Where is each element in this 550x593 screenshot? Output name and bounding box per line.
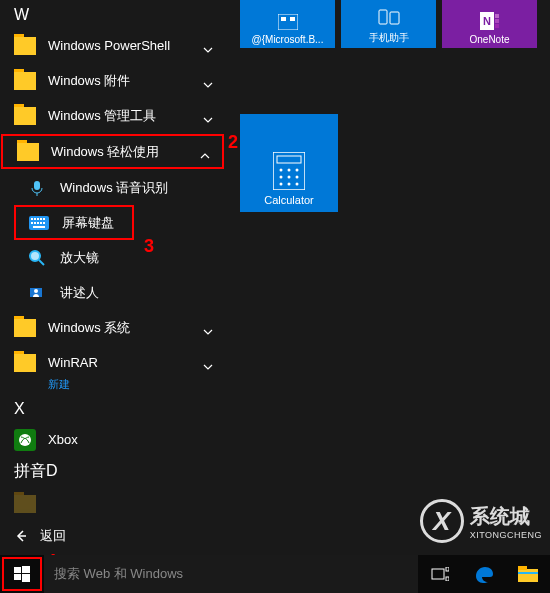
- edge-button[interactable]: [462, 555, 506, 593]
- svg-rect-5: [37, 218, 39, 220]
- annotation-3: 3: [144, 236, 154, 257]
- label: Windows 轻松使用: [51, 143, 159, 161]
- item-speech[interactable]: Windows 语音识别: [0, 170, 225, 205]
- svg-point-32: [280, 169, 283, 172]
- label: Windows 管理工具: [48, 107, 156, 125]
- item-winrar[interactable]: WinRAR: [0, 345, 225, 380]
- svg-rect-13: [33, 226, 45, 228]
- xbox-icon: [14, 429, 36, 451]
- chevron-down-icon: [203, 41, 213, 51]
- svg-rect-7: [43, 218, 45, 220]
- svg-rect-10: [37, 222, 39, 224]
- section-X[interactable]: X: [0, 396, 225, 422]
- task-icons: [418, 555, 550, 593]
- label: 讲述人: [60, 284, 99, 302]
- svg-rect-47: [446, 577, 449, 581]
- label: Windows 语音识别: [60, 179, 168, 197]
- search-input[interactable]: 搜索 Web 和 Windows: [44, 555, 418, 593]
- svg-rect-41: [14, 567, 21, 573]
- tile-phone[interactable]: 手机助手: [341, 0, 436, 48]
- chevron-down-icon: [203, 76, 213, 86]
- svg-rect-20: [278, 14, 298, 30]
- svg-rect-23: [379, 10, 387, 24]
- svg-rect-8: [31, 222, 33, 224]
- svg-rect-48: [518, 569, 538, 582]
- item-admintools[interactable]: Windows 管理工具: [0, 98, 225, 133]
- svg-rect-3: [31, 218, 33, 220]
- svg-point-34: [296, 169, 299, 172]
- svg-rect-22: [290, 17, 295, 21]
- svg-rect-21: [281, 17, 286, 21]
- svg-point-17: [34, 289, 38, 293]
- app-list: W Windows PowerShell Windows 附件 Windows …: [0, 0, 225, 555]
- label: Xbox: [48, 432, 78, 447]
- start-button[interactable]: [2, 557, 42, 591]
- watermark-cn: 系统城: [470, 503, 542, 530]
- svg-rect-27: [495, 14, 499, 18]
- tile-microsoft[interactable]: @{Microsoft.B...: [240, 0, 335, 48]
- svg-point-18: [19, 434, 31, 446]
- svg-rect-9: [34, 222, 36, 224]
- back-button[interactable]: 返回: [0, 517, 225, 555]
- svg-rect-11: [40, 222, 42, 224]
- item-osk[interactable]: 屏幕键盘: [14, 205, 134, 240]
- folder-icon: [14, 495, 36, 513]
- microphone-icon: [26, 177, 48, 199]
- edge-icon: [474, 564, 494, 584]
- chevron-down-icon: [203, 323, 213, 333]
- svg-rect-42: [22, 566, 30, 573]
- svg-rect-46: [446, 567, 449, 571]
- item-easeofaccess[interactable]: Windows 轻松使用: [1, 134, 224, 169]
- svg-rect-50: [518, 572, 538, 574]
- store-icon: [278, 14, 298, 30]
- svg-rect-4: [34, 218, 36, 220]
- svg-point-36: [288, 176, 291, 179]
- taskview-button[interactable]: [418, 555, 462, 593]
- svg-rect-29: [495, 24, 499, 28]
- start-menu: W Windows PowerShell Windows 附件 Windows …: [0, 0, 550, 555]
- svg-rect-45: [432, 569, 444, 579]
- label: WinRAR: [48, 355, 98, 370]
- svg-text:N: N: [483, 15, 491, 27]
- item-system[interactable]: Windows 系统: [0, 310, 225, 345]
- item-powershell[interactable]: Windows PowerShell: [0, 28, 225, 63]
- label: 放大镜: [60, 249, 99, 267]
- tile-label: @{Microsoft.B...: [252, 34, 324, 45]
- tile-calculator[interactable]: Calculator: [240, 114, 338, 212]
- svg-rect-28: [495, 19, 499, 23]
- label: Windows PowerShell: [48, 38, 170, 53]
- item-hidden[interactable]: [0, 486, 225, 521]
- section-pinyinD[interactable]: 拼音D: [0, 457, 225, 486]
- svg-point-35: [280, 176, 283, 179]
- chevron-down-icon: [203, 358, 213, 368]
- item-magnifier[interactable]: 放大镜: [0, 240, 225, 275]
- item-accessories[interactable]: Windows 附件: [0, 63, 225, 98]
- folder-icon: [17, 143, 39, 161]
- taskbar: 搜索 Web 和 Windows: [0, 555, 550, 593]
- svg-rect-24: [390, 12, 399, 24]
- phone-icon: [378, 9, 400, 27]
- svg-rect-0: [34, 181, 40, 190]
- back-label: 返回: [40, 527, 66, 545]
- folder-icon: [14, 72, 36, 90]
- arrow-left-icon: [14, 529, 28, 543]
- explorer-button[interactable]: [506, 555, 550, 593]
- tile-onenote[interactable]: N OneNote: [442, 0, 537, 48]
- windows-icon: [14, 566, 30, 582]
- calculator-icon: [273, 152, 305, 190]
- taskview-icon: [431, 567, 449, 581]
- svg-rect-6: [40, 218, 42, 220]
- section-W[interactable]: W: [0, 2, 225, 28]
- svg-point-33: [288, 169, 291, 172]
- chevron-up-icon: [200, 147, 210, 157]
- watermark: X 系统城 XITONGCHENG: [420, 499, 542, 543]
- item-xbox[interactable]: Xbox: [0, 422, 225, 457]
- svg-rect-31: [277, 156, 301, 163]
- svg-rect-44: [22, 574, 30, 582]
- svg-point-38: [280, 183, 283, 186]
- narrator-icon: [26, 282, 48, 304]
- folder-icon: [14, 319, 36, 337]
- chevron-down-icon: [203, 111, 213, 121]
- item-narrator[interactable]: 讲述人: [0, 275, 225, 310]
- tile-label: Calculator: [264, 194, 314, 206]
